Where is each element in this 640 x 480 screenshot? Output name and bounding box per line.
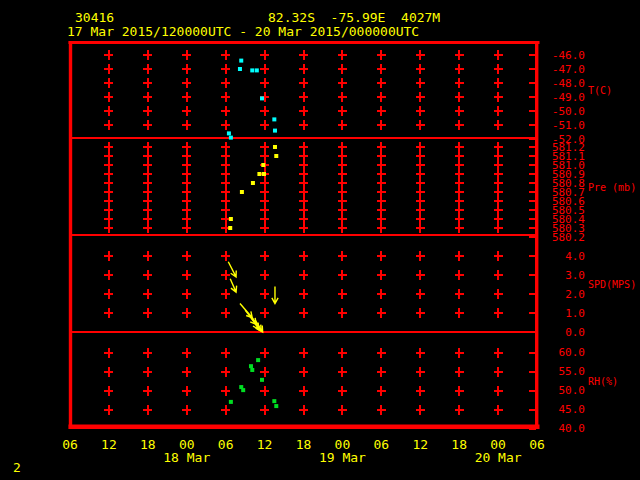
y-tick-label: 2.0 xyxy=(565,288,585,301)
pressure-point xyxy=(261,163,265,167)
grid-plus xyxy=(299,274,308,276)
grid-plus xyxy=(104,110,113,112)
grid-plus xyxy=(299,409,308,411)
grid-plus xyxy=(338,82,347,84)
grid-plus xyxy=(494,155,503,157)
grid-plus xyxy=(455,409,464,411)
grid-plus xyxy=(416,218,425,220)
grid-plus xyxy=(182,352,191,354)
grid-plus xyxy=(455,209,464,211)
grid-plus xyxy=(416,293,425,295)
grid-plus xyxy=(182,96,191,98)
grid-plus xyxy=(455,96,464,98)
y-tick-label: 55.0 xyxy=(559,365,586,378)
grid-plus xyxy=(299,255,308,257)
grid-plus xyxy=(221,200,230,202)
y-tick-label: 45.0 xyxy=(559,403,586,416)
panel-title-temperature: T(C) xyxy=(588,85,612,96)
y-tick-label: -46.0 xyxy=(552,49,585,62)
grid-plus xyxy=(377,293,386,295)
grid-plus xyxy=(299,352,308,354)
grid-plus xyxy=(260,293,269,295)
right-axis-tick xyxy=(529,110,536,112)
grid-plus xyxy=(338,110,347,112)
grid-plus xyxy=(494,390,503,392)
grid-plus xyxy=(182,409,191,411)
temperature-point xyxy=(229,136,233,140)
grid-plus xyxy=(143,227,152,229)
grid-plus xyxy=(299,218,308,220)
y-tick-label: 4.0 xyxy=(565,250,585,263)
grid-plus xyxy=(260,274,269,276)
grid-plus xyxy=(377,200,386,202)
grid-plus xyxy=(299,146,308,148)
grid-plus xyxy=(221,352,230,354)
pressure-point xyxy=(273,145,277,149)
right-axis-tick xyxy=(529,274,536,276)
grid-plus xyxy=(104,54,113,56)
grid-plus xyxy=(104,200,113,202)
grid-plus xyxy=(143,146,152,148)
grid-plus xyxy=(104,312,113,314)
grid-plus xyxy=(338,312,347,314)
grid-plus xyxy=(182,146,191,148)
panel-title-pressure: Pre (mb) xyxy=(588,182,636,193)
pressure-point xyxy=(257,172,261,176)
grid-plus xyxy=(377,124,386,126)
grid-plus xyxy=(221,96,230,98)
y-tick-label: 0.0 xyxy=(565,326,585,339)
y-tick-label: -47.0 xyxy=(552,63,585,76)
right-axis-tick xyxy=(529,173,536,175)
panel-divider xyxy=(70,234,537,236)
grid-plus xyxy=(494,274,503,276)
grid-plus xyxy=(416,68,425,70)
right-axis-tick xyxy=(529,164,536,166)
grid-plus xyxy=(416,155,425,157)
grid-plus xyxy=(494,54,503,56)
y-tick-label: -51.0 xyxy=(552,119,585,132)
grid-plus xyxy=(260,255,269,257)
grid-plus xyxy=(299,182,308,184)
right-axis-tick xyxy=(529,371,536,373)
grid-plus xyxy=(494,68,503,70)
grid-plus xyxy=(299,293,308,295)
right-axis-tick xyxy=(529,236,536,238)
x-hour-label: 12 xyxy=(257,437,273,452)
y-tick-label: -48.0 xyxy=(552,77,585,90)
grid-plus xyxy=(104,227,113,229)
y-tick-label: -50.0 xyxy=(552,105,585,118)
grid-plus xyxy=(143,274,152,276)
grid-plus xyxy=(221,274,230,276)
temperature-point xyxy=(260,96,264,100)
grid-plus xyxy=(143,54,152,56)
page-indicator: 2 xyxy=(13,460,21,475)
grid-plus xyxy=(299,54,308,56)
grid-plus xyxy=(377,96,386,98)
grid-plus xyxy=(260,209,269,211)
grid-plus xyxy=(104,390,113,392)
grid-plus xyxy=(494,200,503,202)
grid-plus xyxy=(182,110,191,112)
grid-plus xyxy=(221,255,230,257)
panel-divider xyxy=(70,137,537,139)
grid-plus xyxy=(416,54,425,56)
grid-plus xyxy=(416,200,425,202)
grid-plus xyxy=(182,82,191,84)
grid-plus xyxy=(104,96,113,98)
grid-plus xyxy=(377,110,386,112)
y-tick-label: -49.0 xyxy=(552,91,585,104)
grid-plus xyxy=(104,82,113,84)
grid-plus xyxy=(338,352,347,354)
grid-plus xyxy=(494,312,503,314)
grid-plus xyxy=(377,146,386,148)
grid-plus xyxy=(260,191,269,193)
grid-plus xyxy=(260,227,269,229)
grid-plus xyxy=(455,312,464,314)
grid-plus xyxy=(143,110,152,112)
right-axis-tick xyxy=(529,227,536,229)
grid-plus xyxy=(377,82,386,84)
grid-plus xyxy=(182,390,191,392)
grid-plus xyxy=(494,191,503,193)
right-axis-tick xyxy=(529,54,536,56)
grid-plus xyxy=(338,255,347,257)
